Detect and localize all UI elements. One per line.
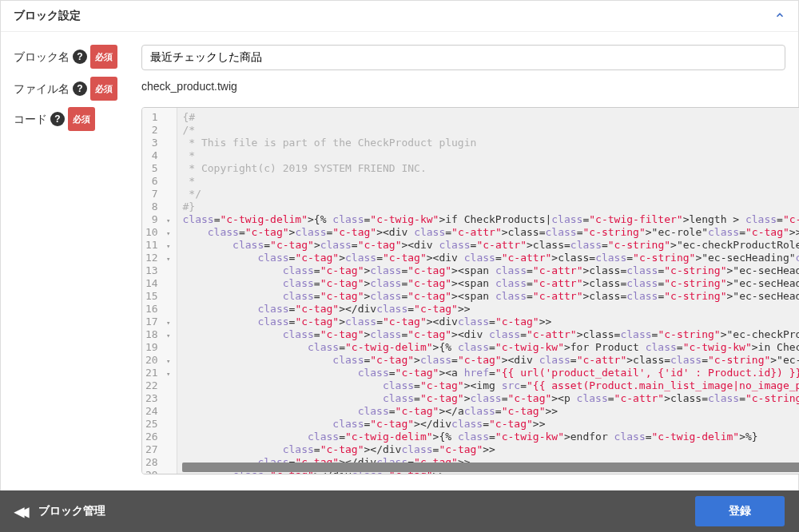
label-block-name: ブロック名 ? 必須 — [14, 45, 141, 69]
panel-body: ブロック名 ? 必須 ファイル名 ? 必須 check_product.twig… — [1, 32, 798, 494]
required-badge: 必須 — [90, 77, 117, 101]
code-editor[interactable]: 1 2 3 4 5 6 7 8 9 ▾10 ▾11 ▾12 ▾13 14 15 … — [141, 107, 799, 474]
file-name-text: check_product.twig — [141, 77, 785, 96]
panel-header[interactable]: ブロック設定 — [1, 1, 798, 32]
panel-title: ブロック設定 — [14, 9, 81, 23]
block-name-input[interactable] — [141, 45, 785, 70]
chevron-up-icon[interactable] — [774, 10, 785, 23]
row-code: コード ? 必須 1 2 3 4 5 6 7 8 9 ▾10 ▾11 ▾12 ▾… — [14, 107, 785, 474]
scrollbar-thumb[interactable] — [182, 463, 799, 472]
block-settings-panel: ブロック設定 ブロック名 ? 必須 ファイル名 ? 必須 check_produ… — [0, 0, 799, 494]
row-block-name: ブロック名 ? 必須 — [14, 45, 785, 70]
required-badge: 必須 — [68, 107, 95, 131]
code-gutter: 1 2 3 4 5 6 7 8 9 ▾10 ▾11 ▾12 ▾13 14 15 … — [142, 108, 177, 474]
help-icon[interactable]: ? — [73, 81, 87, 96]
required-badge: 必須 — [90, 45, 117, 69]
footer-bar: ◀◀ ブロック管理 登録 — [0, 490, 799, 532]
label-file-name: ファイル名 ? 必須 — [14, 77, 141, 101]
register-button[interactable]: 登録 — [695, 496, 785, 526]
label-code: コード ? 必須 — [14, 107, 141, 131]
rewind-icon: ◀◀ — [14, 504, 24, 519]
help-icon[interactable]: ? — [50, 112, 65, 126]
scrollbar-horizontal[interactable] — [182, 463, 799, 472]
help-icon[interactable]: ? — [73, 50, 87, 64]
code-area[interactable]: {#/* * This file is part of the CheckPro… — [177, 108, 799, 474]
footer-back[interactable]: ◀◀ ブロック管理 — [14, 504, 105, 519]
row-file-name: ファイル名 ? 必須 check_product.twig — [14, 77, 785, 101]
